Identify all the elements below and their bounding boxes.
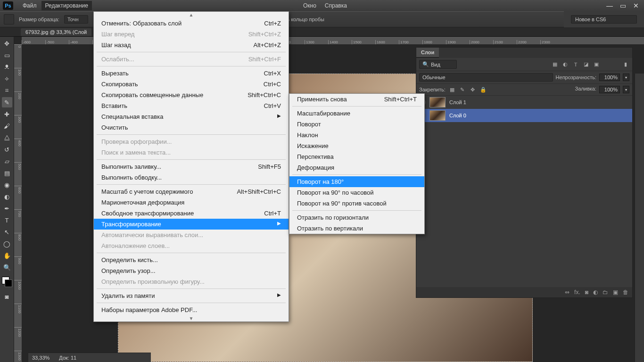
menu-bar: Файл Редактирование [19,1,92,10]
layer-row[interactable]: Слой 1 [416,96,632,109]
dodge-tool-icon[interactable]: ◐ [2,191,12,202]
shape-tool-icon[interactable]: ◯ [2,239,12,249]
collapsed-panels-bar[interactable] [635,74,644,362]
layer-name[interactable]: Слой 1 [449,99,466,105]
move-tool-icon[interactable]: ✥ [2,38,12,49]
path-select-tool-icon[interactable]: ↖ [2,227,12,237]
blend-mode-dropdown[interactable]: Обычные [419,73,553,82]
menu-item[interactable]: Наклон [289,130,424,140]
lock-brush-icon[interactable]: ✎ [459,86,466,93]
wand-tool-icon[interactable]: ✧ [2,74,12,84]
menu-item[interactable]: Применить сноваShift+Ctrl+T [289,94,424,105]
lock-pixels-icon[interactable]: ▦ [448,86,456,93]
fill-value[interactable]: 100% [599,86,620,93]
menu-item[interactable]: Выполнить заливку...Shift+F5 [94,161,289,172]
layers-panel-tab[interactable]: Слои [416,48,439,58]
filter-toggle-icon[interactable]: ▮ [622,61,629,68]
type-tool-icon[interactable]: T [2,215,12,225]
menu-item[interactable]: Поворот на 90° против часовой [289,198,424,209]
menu-item[interactable]: Скопировать совмещенные данныеShift+Ctrl… [94,90,289,100]
menu-item[interactable]: Свободное трансформированиеCtrl+T [94,208,289,219]
menu-item[interactable]: Наборы параметров Adobe PDF... [94,304,289,315]
menu-item[interactable]: Отразить по горизонтали [289,212,424,223]
menu-help[interactable]: Справка [321,1,351,10]
crop-tool-icon[interactable]: ⌗ [2,85,12,96]
pen-tool-icon[interactable]: ✒ [2,203,12,214]
menu-item[interactable]: Поворот на 180° [289,176,424,187]
sample-size-label: Размер образца: [19,16,59,22]
layer-mask-icon[interactable]: ◙ [585,289,588,296]
eraser-tool-icon[interactable]: ▱ [2,156,12,166]
quick-mask-icon[interactable]: ◙ [2,291,12,302]
scroll-up-icon[interactable]: ▲ [94,12,289,18]
delete-layer-icon[interactable]: 🗑 [623,289,628,296]
menu-item[interactable]: Искажение [289,140,424,151]
blur-tool-icon[interactable]: ◉ [2,180,12,190]
menu-item[interactable]: Определить узор... [94,265,289,276]
color-swatch[interactable] [2,277,12,287]
hand-tool-icon[interactable]: ✋ [2,250,12,261]
workspace-dropdown[interactable]: Новое в CS6 [571,15,637,24]
scroll-down-icon[interactable]: ▼ [94,315,289,321]
filter-type-icon[interactable]: T [572,61,579,68]
stamp-tool-icon[interactable]: ⧋ [2,132,12,143]
menu-item[interactable]: ВставитьCtrl+V [94,100,289,111]
menu-item[interactable]: Шаг назадAlt+Ctrl+Z [94,40,289,50]
history-brush-tool-icon[interactable]: ↺ [2,144,12,155]
edit-dropdown-menu: ▲Отменить: Образовать слойCtrl+ZШаг впер… [93,11,289,322]
layer-thumbnail[interactable] [429,97,446,107]
fill-arrow-icon[interactable]: ▾ [623,86,629,93]
menu-item[interactable]: Специальная вставка▶ [94,111,289,122]
minimize-button[interactable]: ― [604,1,615,10]
lock-all-icon[interactable]: 🔒 [479,86,487,93]
gradient-tool-icon[interactable]: ▤ [2,168,12,178]
menu-edit[interactable]: Редактирование [41,1,92,10]
menu-item[interactable]: Очистить [94,122,289,133]
layer-group-icon[interactable]: 🗀 [603,289,608,296]
filter-shape-icon[interactable]: ◪ [582,61,590,68]
link-layers-icon[interactable]: ⇔ [565,289,570,296]
menu-item[interactable]: Отменить: Образовать слойCtrl+Z [94,18,289,29]
menu-item[interactable]: Поворот на 90° по часовой [289,187,424,198]
adjustment-layer-icon[interactable]: ◐ [593,289,598,296]
zoom-value[interactable]: 33,33% [32,355,50,361]
sample-size-dropdown[interactable]: Точн [64,15,89,24]
menu-item[interactable]: Перспектива [289,151,424,162]
new-layer-icon[interactable]: ▣ [613,289,618,296]
layer-name[interactable]: Слой 0 [449,113,466,118]
filter-adjust-icon[interactable]: ◐ [561,61,569,68]
menu-item[interactable]: Марионеточная деформация [94,197,289,208]
menu-item[interactable]: Поворот [289,119,424,130]
opacity-value[interactable]: 100% [599,74,620,81]
layer-row[interactable]: Слой 0 [416,109,632,122]
menu-item[interactable]: Выполнить обводку... [94,172,289,183]
document-tab[interactable]: 67932.jpg @ 33,3% (Слой [21,28,91,36]
lasso-tool-icon[interactable]: ᴥ [2,62,12,72]
menu-item[interactable]: Удалить из памяти▶ [94,290,289,301]
layer-thumbnail[interactable] [429,110,446,121]
tool-preset-icon[interactable] [4,14,14,25]
healing-tool-icon[interactable]: ✚ [2,109,12,119]
maximize-button[interactable]: ▭ [618,1,628,10]
opacity-arrow-icon[interactable]: ▾ [623,74,629,81]
menu-window[interactable]: Окно [299,1,320,10]
menu-item[interactable]: Трансформирование▶ [94,219,289,230]
zoom-tool-icon[interactable]: 🔍 [2,262,12,272]
eyedropper-tool-icon[interactable]: ✎ [2,97,12,107]
layer-style-icon[interactable]: fx. [574,289,580,296]
close-button[interactable]: ✕ [631,1,641,10]
menu-item[interactable]: Деформация [289,162,424,173]
layer-filter-dropdown[interactable]: 🔍 Вид [419,60,457,69]
filter-image-icon[interactable]: ▦ [551,61,559,68]
filter-smart-icon[interactable]: ▣ [593,61,600,68]
menu-item[interactable]: Определить кисть... [94,255,289,265]
menu-item[interactable]: Отразить по вертикали [289,223,424,234]
brush-tool-icon[interactable]: 🖌 [2,121,12,131]
menu-item[interactable]: Масштаб с учетом содержимогоAlt+Shift+Ct… [94,186,289,197]
marquee-tool-icon[interactable]: ▭ [2,50,12,60]
lock-position-icon[interactable]: ✥ [469,86,477,93]
menu-file[interactable]: Файл [19,1,41,10]
menu-item[interactable]: СкопироватьCtrl+C [94,79,289,90]
menu-item[interactable]: Масштабирование [289,108,424,119]
menu-item[interactable]: ВырезатьCtrl+X [94,68,289,79]
